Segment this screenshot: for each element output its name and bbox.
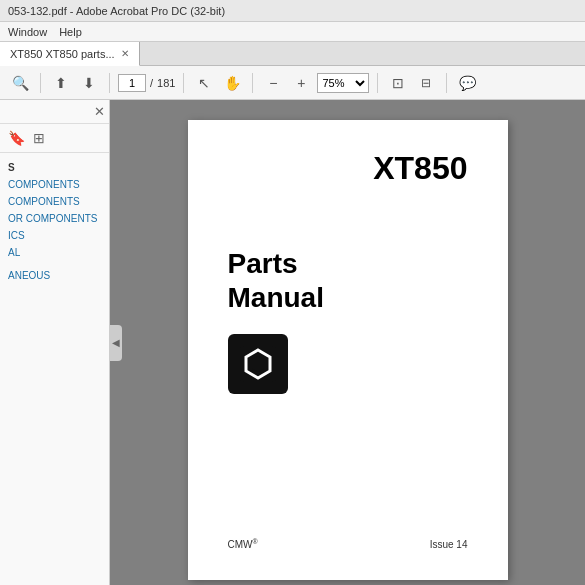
pdf-area[interactable]: ◀ XT850 Parts Manual CMW® Issue xyxy=(110,100,585,585)
cursor-tool-button[interactable]: ↖ xyxy=(192,71,216,95)
bookmark-panel-icon[interactable]: 🔖 xyxy=(8,130,25,146)
page-separator: / xyxy=(150,77,153,89)
title-bar: 053-132.pdf - Adobe Acrobat Pro DC (32-b… xyxy=(0,0,585,22)
scroll-up-button[interactable]: ⬆ xyxy=(49,71,73,95)
pdf-footer-right: Issue 14 xyxy=(430,539,468,550)
hand-tool-button[interactable]: ✋ xyxy=(220,71,244,95)
pdf-product-title: XT850 xyxy=(228,150,468,187)
nav-item-components-1[interactable]: COMPONENTS xyxy=(0,176,109,193)
logo-svg xyxy=(238,344,278,384)
nav-item-0[interactable]: S xyxy=(0,159,109,176)
toolbar-separator-3 xyxy=(183,73,184,93)
zoom-in-button[interactable]: + xyxy=(289,71,313,95)
tab-label: XT850 XT850 parts... xyxy=(10,48,115,60)
pdf-subtitle: Parts Manual xyxy=(228,247,468,314)
toolbar-separator-6 xyxy=(446,73,447,93)
scroll-down-button[interactable]: ⬇ xyxy=(77,71,101,95)
fit-page-button[interactable]: ⊡ xyxy=(386,71,410,95)
pdf-subtitle-line1: Parts xyxy=(228,248,298,279)
toolbar-separator-5 xyxy=(377,73,378,93)
toolbar-separator-1 xyxy=(40,73,41,93)
pdf-footer-left: CMW® xyxy=(228,538,258,550)
panel-icons-row: 🔖 ⊞ xyxy=(0,124,109,153)
left-panel: ✕ 🔖 ⊞ S COMPONENTS COMPONENTS OR COMPONE… xyxy=(0,100,110,585)
tools-button[interactable]: ⊟ xyxy=(414,71,438,95)
page-total: 181 xyxy=(157,77,175,89)
pdf-logo xyxy=(228,334,288,394)
toolbar-separator-4 xyxy=(252,73,253,93)
collapse-arrow-icon: ◀ xyxy=(112,337,120,348)
menu-help[interactable]: Help xyxy=(59,26,82,38)
toolbar: 🔍 ⬆ ⬇ / 181 ↖ ✋ − + 75% 50% 100% 125% 15… xyxy=(0,66,585,100)
pdf-subtitle-line2: Manual xyxy=(228,282,324,313)
nav-item-ics[interactable]: ICS xyxy=(0,227,109,244)
comment-button[interactable]: 💬 xyxy=(455,71,479,95)
nav-item-aneous[interactable]: ANEOUS xyxy=(0,267,109,284)
page-number-input[interactable] xyxy=(118,74,146,92)
page-navigation: / 181 xyxy=(118,74,175,92)
title-text: 053-132.pdf - Adobe Acrobat Pro DC (32-b… xyxy=(8,5,225,17)
pdf-footer: CMW® Issue 14 xyxy=(228,538,468,550)
nav-item-al[interactable]: AL xyxy=(0,244,109,261)
toolbar-separator-2 xyxy=(109,73,110,93)
panel-header: ✕ xyxy=(0,100,109,124)
registered-mark: ® xyxy=(253,538,258,545)
zoom-select[interactable]: 75% 50% 100% 125% 150% xyxy=(317,73,369,93)
cmw-label: CMW xyxy=(228,539,253,550)
nav-item-or-components[interactable]: OR COMPONENTS xyxy=(0,210,109,227)
nav-item-components-2[interactable]: COMPONENTS xyxy=(0,193,109,210)
panel-close-button[interactable]: ✕ xyxy=(94,104,105,119)
pdf-page: XT850 Parts Manual CMW® Issue 14 xyxy=(188,120,508,580)
tab-pdf[interactable]: XT850 XT850 parts... ✕ xyxy=(0,42,140,66)
tab-close-icon[interactable]: ✕ xyxy=(121,48,129,59)
main-area: ✕ 🔖 ⊞ S COMPONENTS COMPONENTS OR COMPONE… xyxy=(0,100,585,585)
menu-bar: Window Help xyxy=(0,22,585,42)
menu-window[interactable]: Window xyxy=(8,26,47,38)
nav-list: S COMPONENTS COMPONENTS OR COMPONENTS IC… xyxy=(0,153,109,585)
panel-collapse-handle[interactable]: ◀ xyxy=(110,325,122,361)
thumbnails-panel-icon[interactable]: ⊞ xyxy=(33,130,45,146)
search-button[interactable]: 🔍 xyxy=(8,71,32,95)
zoom-out-button[interactable]: − xyxy=(261,71,285,95)
tab-bar: XT850 XT850 parts... ✕ xyxy=(0,42,585,66)
